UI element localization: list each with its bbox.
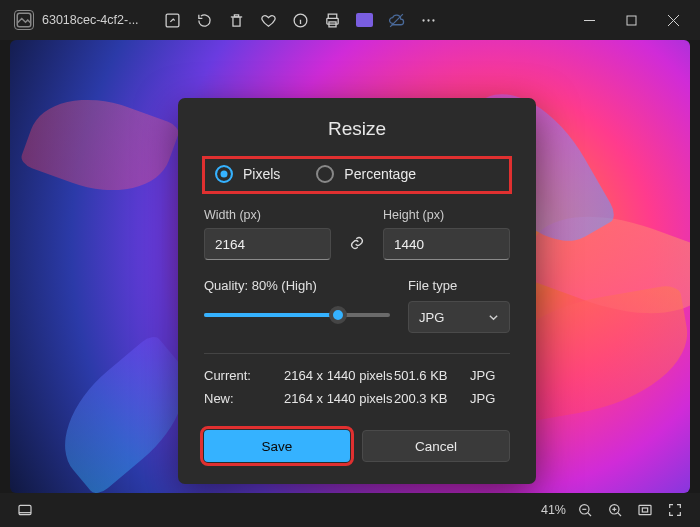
slider-thumb[interactable] xyxy=(329,306,347,324)
zoom-out-icon[interactable] xyxy=(570,495,600,525)
app-icon xyxy=(14,10,34,30)
cloud-sync-off-icon[interactable] xyxy=(381,4,413,36)
save-button[interactable]: Save xyxy=(204,430,350,462)
svg-line-19 xyxy=(618,513,621,516)
current-dims: 2164 x 1440 pixels xyxy=(284,368,394,383)
file-name: 63018cec-4cf2-... xyxy=(42,13,139,27)
zoom-in-icon[interactable] xyxy=(600,495,630,525)
new-label: New: xyxy=(204,391,284,406)
delete-icon[interactable] xyxy=(221,4,253,36)
title-bar: 63018cec-4cf2-... xyxy=(0,0,700,40)
info-icon[interactable] xyxy=(285,4,317,36)
rotate-icon[interactable] xyxy=(189,4,221,36)
dimensions-row: Width (px) Height (px) xyxy=(204,208,510,260)
image-canvas[interactable]: Resize Pixels Percentage Width (px) xyxy=(10,40,690,493)
svg-point-6 xyxy=(423,19,425,21)
height-label: Height (px) xyxy=(383,208,510,222)
radio-pixels-label: Pixels xyxy=(243,166,280,182)
edit-icon[interactable] xyxy=(157,4,189,36)
cancel-button[interactable]: Cancel xyxy=(362,430,510,462)
status-bar: 41% xyxy=(0,493,700,527)
quality-label: Quality: 80% (High) xyxy=(204,278,390,293)
favorite-icon[interactable] xyxy=(253,4,285,36)
radio-percentage[interactable]: Percentage xyxy=(316,165,416,183)
toolbar xyxy=(157,4,445,36)
clipchamp-icon[interactable] xyxy=(349,4,381,36)
filetype-select[interactable]: JPG xyxy=(408,301,510,333)
chevron-down-icon xyxy=(488,312,499,323)
more-icon[interactable] xyxy=(413,4,445,36)
print-icon[interactable] xyxy=(317,4,349,36)
width-label: Width (px) xyxy=(204,208,331,222)
filmstrip-toggle-icon[interactable] xyxy=(10,495,40,525)
filetype-value: JPG xyxy=(419,310,444,325)
svg-rect-10 xyxy=(627,16,636,25)
quality-filetype-row: Quality: 80% (High) File type JPG xyxy=(204,278,510,333)
slider-fill xyxy=(204,313,338,317)
svg-line-16 xyxy=(588,513,591,516)
maximize-button[interactable] xyxy=(610,4,652,36)
width-input[interactable] xyxy=(204,228,331,260)
filetype-label: File type xyxy=(408,278,510,293)
current-size: 501.6 KB xyxy=(394,368,470,383)
quality-slider[interactable] xyxy=(204,307,390,323)
dialog-title: Resize xyxy=(204,118,510,140)
svg-point-7 xyxy=(427,19,429,21)
current-label: Current: xyxy=(204,368,284,383)
svg-point-8 xyxy=(432,19,434,21)
radio-dot-icon xyxy=(215,165,233,183)
dialog-buttons: Save Cancel xyxy=(204,430,510,462)
size-info-grid: Current: 2164 x 1440 pixels 501.6 KB JPG… xyxy=(204,368,510,406)
new-format: JPG xyxy=(470,391,510,406)
fullscreen-icon[interactable] xyxy=(660,495,690,525)
height-input[interactable] xyxy=(383,228,510,260)
fit-to-window-icon[interactable] xyxy=(630,495,660,525)
zoom-level: 41% xyxy=(541,503,566,517)
svg-rect-23 xyxy=(642,508,647,512)
unit-radio-group: Pixels Percentage xyxy=(202,156,512,194)
radio-percentage-label: Percentage xyxy=(344,166,416,182)
resize-dialog: Resize Pixels Percentage Width (px) xyxy=(178,98,536,484)
link-dimensions-button[interactable] xyxy=(341,227,373,259)
new-dims: 2164 x 1440 pixels xyxy=(284,391,394,406)
svg-rect-22 xyxy=(639,505,651,514)
window-controls xyxy=(568,4,694,36)
minimize-button[interactable] xyxy=(568,4,610,36)
current-format: JPG xyxy=(470,368,510,383)
photos-app-window: 63018cec-4cf2-... xyxy=(0,0,700,527)
new-size: 200.3 KB xyxy=(394,391,470,406)
close-button[interactable] xyxy=(652,4,694,36)
divider xyxy=(204,353,510,354)
radio-dot-icon xyxy=(316,165,334,183)
radio-pixels[interactable]: Pixels xyxy=(215,165,280,183)
